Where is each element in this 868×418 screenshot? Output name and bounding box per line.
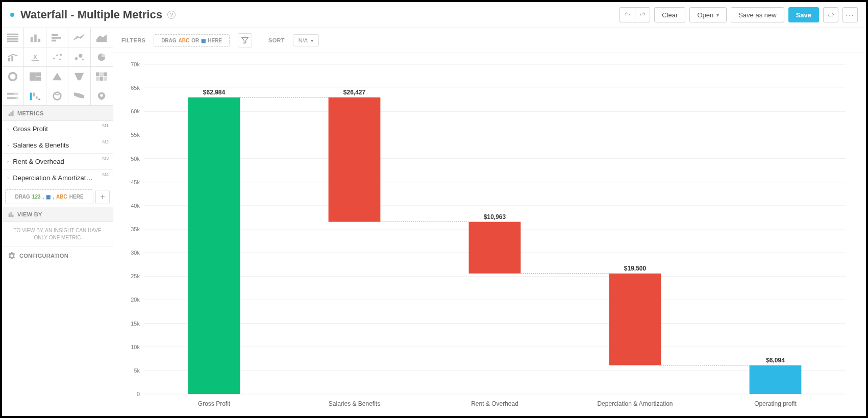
metric-name: Salaries & Benefits: [13, 141, 108, 149]
svg-rect-41: [36, 96, 38, 99]
sidebar: X METRICS ›: [2, 28, 113, 416]
metric-badge: M3: [102, 156, 109, 161]
help-icon[interactable]: ?: [167, 11, 176, 19]
waterfall-bar[interactable]: [329, 97, 381, 222]
chart-toolbar: FILTERS DRAG ABC OR ▦ HERE SORT N/A ▾: [113, 28, 866, 53]
metric-item-depreciation[interactable]: › Deperciation & Amortizat… M4: [2, 170, 113, 186]
add-metric-button[interactable]: +: [95, 190, 110, 204]
bar-value-label: $10,963: [484, 213, 506, 220]
open-button[interactable]: Open ▾: [689, 7, 727, 22]
svg-point-44: [101, 94, 104, 97]
svg-text:70k: 70k: [131, 61, 140, 67]
svg-point-20: [79, 54, 82, 57]
svg-marker-27: [53, 72, 62, 80]
chart-type-treemap[interactable]: [24, 67, 46, 86]
redo-button[interactable]: [635, 7, 650, 22]
chart-type-funnel[interactable]: [68, 67, 90, 86]
svg-rect-47: [12, 111, 13, 116]
svg-text:60k: 60k: [131, 108, 140, 114]
svg-point-18: [60, 54, 62, 56]
metrics-list: › Gross Profit M1 › Salaries & Benefits …: [2, 121, 113, 186]
configuration-label: CONFIGURATION: [19, 253, 68, 259]
metric-item-rent[interactable]: › Rent & Overhead M3: [2, 154, 113, 170]
metric-name: Deperciation & Amortizat…: [13, 174, 108, 182]
x-axis-label: Salaries & Benefits: [329, 400, 380, 407]
metric-badge: M1: [102, 123, 109, 128]
viewby-label: VIEW BY: [17, 211, 42, 217]
filters-dropzone[interactable]: DRAG ABC OR ▦ HERE: [154, 34, 230, 47]
chart-type-geo[interactable]: [91, 86, 113, 106]
x-axis-label: Operating profit: [754, 400, 797, 407]
here-text: HERE: [208, 38, 222, 43]
svg-rect-26: [36, 77, 40, 81]
chart-type-column[interactable]: [24, 28, 46, 47]
chart-type-area[interactable]: [91, 28, 113, 47]
svg-point-19: [75, 57, 78, 60]
undo-button[interactable]: [619, 7, 635, 22]
chart-type-line[interactable]: [68, 28, 90, 47]
chart-type-sankey[interactable]: [68, 86, 90, 106]
metric-item-salaries[interactable]: › Salaries & Benefits M2: [2, 137, 113, 154]
x-axis-label: Deperciation & Amortization: [597, 400, 673, 407]
metrics-dropzone[interactable]: DRAG 123, ▦, ABC HERE: [5, 189, 93, 204]
svg-text:35k: 35k: [131, 226, 140, 232]
waterfall-bar[interactable]: [609, 274, 661, 365]
svg-rect-36: [7, 93, 14, 94]
chart-type-heatmap[interactable]: [91, 67, 113, 86]
chart-area: 05k10k15k20k25k30k35k40k45k50k55k60k65k7…: [113, 53, 866, 416]
sort-dropdown[interactable]: N/A ▾: [293, 34, 319, 46]
svg-text:5k: 5k: [134, 367, 140, 374]
bar-value-label: $6,094: [766, 357, 785, 364]
open-label: Open: [697, 11, 713, 19]
chart-type-donut[interactable]: [2, 67, 24, 86]
clear-button[interactable]: Clear: [654, 7, 685, 22]
metrics-icon: [8, 110, 14, 116]
chart-type-combo[interactable]: [2, 47, 24, 67]
chart-type-bullet[interactable]: [2, 86, 24, 106]
metric-badge: M2: [102, 139, 109, 144]
metrics-drop-row: DRAG 123, ▦, ABC HERE +: [5, 189, 110, 204]
svg-text:50k: 50k: [131, 156, 140, 162]
svg-point-23: [9, 72, 17, 80]
chart-type-pie[interactable]: [91, 47, 113, 67]
drag-text: DRAG: [15, 194, 30, 200]
chevron-down-icon: ▾: [716, 12, 719, 18]
tag-abc-icon: ABC: [56, 194, 67, 200]
chart-type-waterfall[interactable]: [24, 86, 46, 106]
filters-label: FILTERS: [121, 37, 145, 43]
more-button[interactable]: ···: [842, 7, 858, 22]
metrics-label: METRICS: [17, 110, 44, 116]
save-as-new-button[interactable]: Save as new: [731, 7, 784, 22]
chart-type-headline[interactable]: X: [24, 47, 46, 67]
chevron-down-icon: ▾: [311, 38, 313, 43]
chart-type-pyramid[interactable]: [46, 67, 68, 86]
chart-type-bar[interactable]: [46, 28, 68, 47]
svg-text:0: 0: [137, 391, 140, 397]
waterfall-bar[interactable]: [469, 222, 521, 274]
metric-item-gross-profit[interactable]: › Gross Profit M1: [2, 121, 113, 137]
svg-rect-9: [52, 39, 56, 41]
svg-rect-12: [11, 56, 13, 61]
filter-button[interactable]: [238, 33, 252, 47]
svg-marker-28: [75, 72, 84, 80]
chevron-right-icon: ›: [7, 175, 9, 181]
chart-type-table[interactable]: [2, 28, 24, 47]
chart-type-scatter[interactable]: [46, 47, 68, 67]
viewby-panel-header: VIEW BY: [2, 207, 113, 222]
tag-123-icon: 123: [32, 194, 41, 200]
svg-rect-31: [104, 72, 107, 76]
svg-rect-38: [7, 97, 16, 99]
waterfall-bar[interactable]: [188, 97, 240, 394]
svg-point-16: [56, 54, 58, 56]
svg-text:10k: 10k: [131, 344, 140, 350]
metric-badge: M4: [102, 172, 109, 177]
save-button[interactable]: Save: [788, 7, 819, 22]
chart-type-bubble[interactable]: [68, 47, 90, 67]
chart-type-dependency[interactable]: [46, 86, 68, 106]
configuration-button[interactable]: CONFIGURATION: [2, 247, 113, 264]
waterfall-bar[interactable]: [750, 365, 802, 394]
bar-value-label: $26,427: [343, 89, 366, 96]
svg-text:65k: 65k: [131, 85, 140, 91]
embed-button[interactable]: [823, 7, 838, 22]
waterfall-chart: 05k10k15k20k25k30k35k40k45k50k55k60k65k7…: [118, 58, 851, 413]
